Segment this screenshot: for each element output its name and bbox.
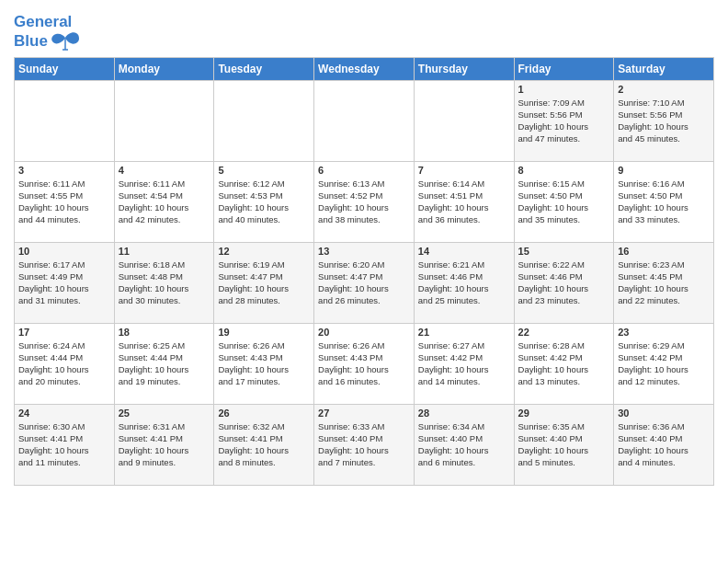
header: General Blue [14, 9, 714, 52]
calendar-container: General Blue SundayMondayTuesdayWednesda… [0, 0, 728, 495]
day-number: 26 [218, 408, 310, 419]
calendar-cell: 22Sunrise: 6:28 AM Sunset: 4:42 PM Dayli… [514, 323, 614, 404]
day-info: Sunrise: 6:34 AM Sunset: 4:40 PM Dayligh… [418, 420, 510, 469]
calendar-cell: 13Sunrise: 6:20 AM Sunset: 4:47 PM Dayli… [314, 242, 415, 323]
day-info: Sunrise: 6:26 AM Sunset: 4:43 PM Dayligh… [318, 339, 410, 388]
day-info: Sunrise: 6:13 AM Sunset: 4:52 PM Dayligh… [318, 178, 410, 226]
day-info: Sunrise: 6:27 AM Sunset: 4:42 PM Dayligh… [418, 339, 510, 388]
day-info: Sunrise: 6:20 AM Sunset: 4:47 PM Dayligh… [318, 259, 410, 307]
day-info: Sunrise: 6:32 AM Sunset: 4:41 PM Dayligh… [218, 420, 310, 469]
calendar-cell: 11Sunrise: 6:18 AM Sunset: 4:48 PM Dayli… [114, 242, 214, 323]
logo-blue: Blue [14, 32, 48, 51]
day-info: Sunrise: 6:14 AM Sunset: 4:51 PM Dayligh… [418, 178, 510, 226]
day-info: Sunrise: 6:12 AM Sunset: 4:53 PM Dayligh… [218, 178, 310, 226]
calendar-cell [114, 80, 214, 161]
day-info: Sunrise: 6:22 AM Sunset: 4:46 PM Dayligh… [518, 259, 610, 307]
day-number: 28 [418, 408, 510, 419]
day-number: 10 [18, 246, 110, 257]
day-number: 8 [518, 165, 610, 176]
day-number: 12 [218, 246, 310, 257]
day-number: 25 [119, 408, 210, 419]
week-row-3: 10Sunrise: 6:17 AM Sunset: 4:49 PM Dayli… [15, 242, 714, 323]
day-number: 1 [518, 84, 610, 95]
day-number: 19 [218, 327, 310, 338]
day-number: 3 [18, 165, 110, 176]
calendar-cell: 16Sunrise: 6:23 AM Sunset: 4:45 PM Dayli… [614, 242, 714, 323]
day-number: 23 [618, 327, 710, 338]
calendar-cell: 20Sunrise: 6:26 AM Sunset: 4:43 PM Dayli… [314, 323, 415, 404]
calendar-cell: 4Sunrise: 6:11 AM Sunset: 4:54 PM Daylig… [114, 161, 214, 242]
calendar-cell [15, 80, 115, 161]
day-info: Sunrise: 6:29 AM Sunset: 4:42 PM Dayligh… [618, 339, 710, 388]
day-number: 29 [518, 408, 610, 419]
day-number: 18 [119, 327, 210, 338]
logo-general: General [14, 13, 72, 30]
week-row-1: 1Sunrise: 7:09 AM Sunset: 5:56 PM Daylig… [15, 80, 714, 161]
logo-bird-icon [51, 31, 80, 52]
day-number: 4 [119, 165, 210, 176]
calendar-cell: 27Sunrise: 6:33 AM Sunset: 4:40 PM Dayli… [314, 404, 415, 485]
day-number: 7 [418, 165, 510, 176]
weekday-header-monday: Monday [114, 57, 214, 80]
day-number: 16 [618, 246, 710, 257]
day-number: 2 [618, 84, 710, 95]
day-info: Sunrise: 6:17 AM Sunset: 4:49 PM Dayligh… [18, 259, 110, 307]
weekday-header-wednesday: Wednesday [314, 57, 415, 80]
calendar-cell: 18Sunrise: 6:25 AM Sunset: 4:44 PM Dayli… [114, 323, 214, 404]
weekday-header-tuesday: Tuesday [214, 57, 314, 80]
day-info: Sunrise: 6:35 AM Sunset: 4:40 PM Dayligh… [518, 420, 610, 469]
week-row-4: 17Sunrise: 6:24 AM Sunset: 4:44 PM Dayli… [15, 323, 714, 404]
calendar-cell: 1Sunrise: 7:09 AM Sunset: 5:56 PM Daylig… [514, 80, 614, 161]
calendar-cell: 15Sunrise: 6:22 AM Sunset: 4:46 PM Dayli… [514, 242, 614, 323]
day-info: Sunrise: 6:19 AM Sunset: 4:47 PM Dayligh… [218, 259, 310, 307]
calendar-cell: 21Sunrise: 6:27 AM Sunset: 4:42 PM Dayli… [414, 323, 514, 404]
day-number: 5 [218, 165, 310, 176]
day-number: 15 [518, 246, 610, 257]
day-number: 14 [418, 246, 510, 257]
calendar-cell: 6Sunrise: 6:13 AM Sunset: 4:52 PM Daylig… [314, 161, 415, 242]
calendar-cell: 9Sunrise: 6:16 AM Sunset: 4:50 PM Daylig… [614, 161, 714, 242]
logo: General Blue [14, 13, 80, 52]
day-number: 11 [119, 246, 210, 257]
day-info: Sunrise: 6:33 AM Sunset: 4:40 PM Dayligh… [318, 420, 410, 469]
week-row-2: 3Sunrise: 6:11 AM Sunset: 4:55 PM Daylig… [15, 161, 714, 242]
day-info: Sunrise: 6:36 AM Sunset: 4:40 PM Dayligh… [618, 420, 710, 469]
calendar-cell: 2Sunrise: 7:10 AM Sunset: 5:56 PM Daylig… [614, 80, 714, 161]
calendar-cell: 14Sunrise: 6:21 AM Sunset: 4:46 PM Dayli… [414, 242, 514, 323]
calendar-cell: 26Sunrise: 6:32 AM Sunset: 4:41 PM Dayli… [214, 404, 314, 485]
day-number: 24 [18, 408, 110, 419]
calendar-cell: 28Sunrise: 6:34 AM Sunset: 4:40 PM Dayli… [414, 404, 514, 485]
day-info: Sunrise: 6:11 AM Sunset: 4:54 PM Dayligh… [119, 178, 210, 226]
calendar-cell: 29Sunrise: 6:35 AM Sunset: 4:40 PM Dayli… [514, 404, 614, 485]
calendar-cell [314, 80, 415, 161]
day-info: Sunrise: 6:26 AM Sunset: 4:43 PM Dayligh… [218, 339, 310, 388]
calendar-cell: 24Sunrise: 6:30 AM Sunset: 4:41 PM Dayli… [15, 404, 115, 485]
day-number: 13 [318, 246, 410, 257]
day-info: Sunrise: 6:28 AM Sunset: 4:42 PM Dayligh… [518, 339, 610, 388]
logo-text: General Blue [14, 13, 80, 52]
calendar-cell [214, 80, 314, 161]
weekday-header-row: SundayMondayTuesdayWednesdayThursdayFrid… [15, 57, 714, 80]
day-info: Sunrise: 6:31 AM Sunset: 4:41 PM Dayligh… [119, 420, 210, 469]
day-info: Sunrise: 6:24 AM Sunset: 4:44 PM Dayligh… [18, 339, 110, 388]
day-number: 27 [318, 408, 410, 419]
calendar-cell: 25Sunrise: 6:31 AM Sunset: 4:41 PM Dayli… [114, 404, 214, 485]
calendar-cell: 12Sunrise: 6:19 AM Sunset: 4:47 PM Dayli… [214, 242, 314, 323]
day-info: Sunrise: 6:30 AM Sunset: 4:41 PM Dayligh… [18, 420, 110, 469]
weekday-header-saturday: Saturday [614, 57, 714, 80]
day-number: 20 [318, 327, 410, 338]
calendar-cell: 8Sunrise: 6:15 AM Sunset: 4:50 PM Daylig… [514, 161, 614, 242]
calendar-table: SundayMondayTuesdayWednesdayThursdayFrid… [14, 57, 714, 486]
day-info: Sunrise: 6:16 AM Sunset: 4:50 PM Dayligh… [618, 178, 710, 226]
day-number: 30 [618, 408, 710, 419]
day-info: Sunrise: 6:11 AM Sunset: 4:55 PM Dayligh… [18, 178, 110, 226]
day-number: 6 [318, 165, 410, 176]
weekday-header-sunday: Sunday [15, 57, 115, 80]
day-info: Sunrise: 6:25 AM Sunset: 4:44 PM Dayligh… [119, 339, 210, 388]
day-info: Sunrise: 7:10 AM Sunset: 5:56 PM Dayligh… [618, 97, 710, 145]
day-info: Sunrise: 6:15 AM Sunset: 4:50 PM Dayligh… [518, 178, 610, 226]
calendar-cell: 19Sunrise: 6:26 AM Sunset: 4:43 PM Dayli… [214, 323, 314, 404]
day-info: Sunrise: 6:18 AM Sunset: 4:48 PM Dayligh… [119, 259, 210, 307]
day-info: Sunrise: 7:09 AM Sunset: 5:56 PM Dayligh… [518, 97, 610, 145]
calendar-cell: 5Sunrise: 6:12 AM Sunset: 4:53 PM Daylig… [214, 161, 314, 242]
